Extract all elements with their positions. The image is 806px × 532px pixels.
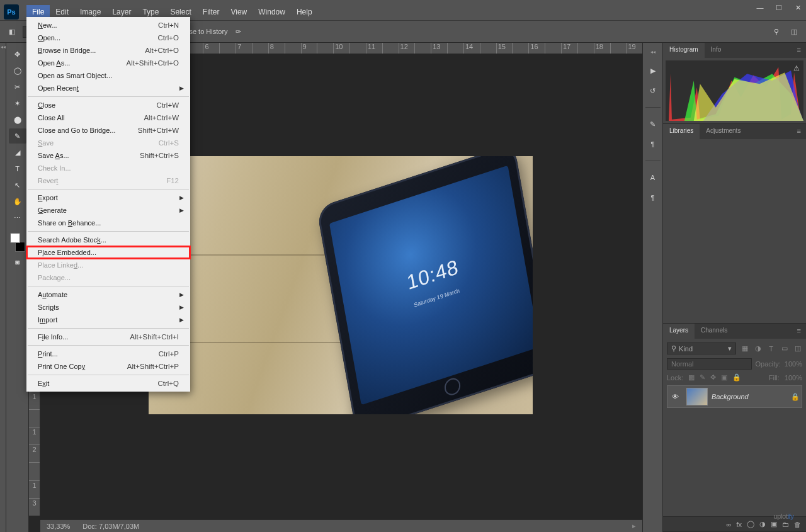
menuitem-place-embedded[interactable]: Place Embedded... xyxy=(26,246,190,259)
maximize-button[interactable]: ☐ xyxy=(775,4,783,12)
layers-footer-icon-1[interactable]: fx xyxy=(736,521,742,528)
move-tool[interactable]: ✥ xyxy=(9,47,26,62)
history-icon[interactable]: ↺ xyxy=(647,84,659,97)
statusbar-flyout-icon[interactable]: ▸ xyxy=(632,522,636,530)
visibility-toggle-icon[interactable]: 👁 xyxy=(667,393,683,400)
foreground-color[interactable] xyxy=(10,233,20,243)
layers-footer-icon-4[interactable]: ▣ xyxy=(771,520,777,528)
char-panel-icon[interactable]: ¶ xyxy=(647,138,659,150)
lock-artboard-icon[interactable]: ▣ xyxy=(721,373,727,382)
layer-row-background[interactable]: 👁 Background 🔒 xyxy=(667,385,802,408)
filter-adjust-icon[interactable]: ◑ xyxy=(753,344,763,353)
menuitem-share-on-behance[interactable]: Share on Behance... xyxy=(26,217,190,229)
menuitem-print-one-copy[interactable]: Print One CopyAlt+Shift+Ctrl+P xyxy=(26,360,190,373)
more-tool[interactable]: ⋯ xyxy=(9,210,26,225)
layers-footer-icon-5[interactable]: 🗀 xyxy=(782,521,789,528)
document-canvas[interactable]: 10:48 Saturday 19 March xyxy=(149,156,533,414)
healing-tool[interactable]: ⬤ xyxy=(9,112,26,127)
brush-panel-icon[interactable]: ✎ xyxy=(647,118,659,130)
layers-empty-area[interactable] xyxy=(667,412,802,512)
menuitem-open-as-smart-object[interactable]: Open as Smart Object... xyxy=(26,69,190,82)
tab-libraries[interactable]: Libraries xyxy=(663,124,700,139)
search-icon[interactable]: ⚲ xyxy=(771,26,782,37)
hand-tool[interactable]: ✋ xyxy=(9,194,26,209)
tab-adjustments[interactable]: Adjustments xyxy=(700,124,747,139)
play-icon[interactable]: ▶ xyxy=(647,64,659,77)
menuitem-generate[interactable]: Generate▶ xyxy=(26,204,190,217)
menuitem-save-as[interactable]: Save As...Shift+Ctrl+S xyxy=(26,149,190,162)
menuitem-open-recent[interactable]: Open Recent▶ xyxy=(26,82,190,94)
layer-filter-kind[interactable]: ⚲Kind▾ xyxy=(667,342,736,354)
filter-smart-icon[interactable]: ◫ xyxy=(793,344,802,353)
filter-pixel-icon[interactable]: ▦ xyxy=(740,344,749,353)
layer-name[interactable]: Background xyxy=(712,393,789,400)
workspace-switcher-icon[interactable]: ◫ xyxy=(788,26,800,37)
tab-info[interactable]: Info xyxy=(705,43,728,58)
opacity-value[interactable]: 100% xyxy=(785,360,802,368)
path-tool[interactable]: ↖ xyxy=(9,178,26,193)
menuitem-scripts[interactable]: Scripts▶ xyxy=(26,301,190,314)
minimize-button[interactable]: — xyxy=(756,4,764,12)
color-swatches[interactable] xyxy=(9,233,26,253)
fill-value[interactable]: 100% xyxy=(785,374,802,382)
libraries-body[interactable] xyxy=(663,139,806,323)
menuitem-close-and-go-to-bridge[interactable]: Close and Go to Bridge...Shift+Ctrl+W xyxy=(26,124,190,137)
panel-menu-icon[interactable]: ≡ xyxy=(792,43,806,58)
filter-shape-icon[interactable]: ▭ xyxy=(780,344,789,353)
menu-help[interactable]: Help xyxy=(291,5,318,19)
menu-filter[interactable]: Filter xyxy=(197,5,225,19)
menuitem-print[interactable]: Print...Ctrl+P xyxy=(26,348,190,360)
pressure-size-icon[interactable]: ✑ xyxy=(233,26,244,37)
blend-mode-select[interactable]: Normal xyxy=(667,358,752,370)
menuitem-open[interactable]: Open...Ctrl+O xyxy=(26,31,190,44)
panel-menu-icon[interactable]: ≡ xyxy=(792,324,806,339)
type-panel-icon[interactable]: A xyxy=(647,171,659,184)
para-panel-icon[interactable]: ¶ xyxy=(647,191,659,204)
quickmask-icon[interactable]: ◙ xyxy=(9,254,26,269)
menu-window[interactable]: Window xyxy=(253,5,291,19)
toolbar-collapse-handle[interactable]: ◂◂ xyxy=(0,43,6,532)
filter-type-icon[interactable]: T xyxy=(766,344,776,353)
menuitem-file-info[interactable]: File Info...Alt+Shift+Ctrl+I xyxy=(26,331,190,343)
menuitem-browse-in-bridge[interactable]: Browse in Bridge...Alt+Ctrl+O xyxy=(26,44,190,57)
tab-channels[interactable]: Channels xyxy=(695,324,734,339)
menuitem-search-adobe-stock[interactable]: Search Adobe Stock... xyxy=(26,234,190,246)
panel-menu-icon[interactable]: ≡ xyxy=(792,124,806,139)
menu-view[interactable]: View xyxy=(225,5,253,19)
tool-preset-icon[interactable]: ◧ xyxy=(6,26,18,37)
menuitem-exit[interactable]: ExitCtrl+Q xyxy=(26,377,190,390)
zoom-level[interactable]: 33,33% xyxy=(47,523,70,530)
tab-histogram[interactable]: Histogram xyxy=(663,43,705,58)
menuitem-label: Place Linked... xyxy=(38,261,179,269)
menuitem-import[interactable]: Import▶ xyxy=(26,314,190,326)
layer-thumbnail[interactable] xyxy=(686,388,708,405)
gradient-tool[interactable]: ◢ xyxy=(9,145,26,160)
lock-position-icon[interactable]: ✥ xyxy=(710,373,716,382)
tab-layers[interactable]: Layers xyxy=(663,324,695,339)
menuitem-open-as[interactable]: Open As...Alt+Shift+Ctrl+O xyxy=(26,57,190,69)
submenu-arrow-icon: ▶ xyxy=(179,85,184,91)
menuitem-close-all[interactable]: Close AllAlt+Ctrl+W xyxy=(26,111,190,124)
layers-footer-icon-2[interactable]: ◯ xyxy=(747,520,754,528)
menuitem-shortcut: Ctrl+W xyxy=(157,101,179,109)
doc-info[interactable]: Doc: 7,03M/7,03M xyxy=(82,523,139,530)
type-tool[interactable]: T xyxy=(9,161,26,176)
layers-footer-icon-6[interactable]: 🗑 xyxy=(794,521,801,528)
background-color[interactable] xyxy=(15,242,25,252)
wand-tool[interactable]: ✶ xyxy=(9,96,26,111)
menuitem-export[interactable]: Export▶ xyxy=(26,191,190,204)
layers-footer-icon-0[interactable]: ∞ xyxy=(727,521,732,528)
menuitem-close[interactable]: CloseCtrl+W xyxy=(26,99,190,111)
layers-footer-icon-3[interactable]: ◑ xyxy=(759,520,766,528)
lasso-tool[interactable]: ◯ xyxy=(9,63,26,78)
lock-paint-icon[interactable]: ✎ xyxy=(700,373,705,382)
menuitem-new[interactable]: New...Ctrl+N xyxy=(26,19,190,31)
close-button[interactable]: ✕ xyxy=(793,4,802,12)
brush-tool[interactable]: ✎ xyxy=(9,128,26,144)
panel-collapse-handle[interactable]: ◂◂ xyxy=(643,49,662,57)
menuitem-automate[interactable]: Automate▶ xyxy=(26,288,190,301)
crop-tool[interactable]: ✂ xyxy=(9,79,26,94)
lock-transparency-icon[interactable]: ▩ xyxy=(688,373,695,382)
lock-all-icon[interactable]: 🔒 xyxy=(732,373,741,382)
histogram-warning-icon[interactable]: ⚠ xyxy=(793,64,800,72)
